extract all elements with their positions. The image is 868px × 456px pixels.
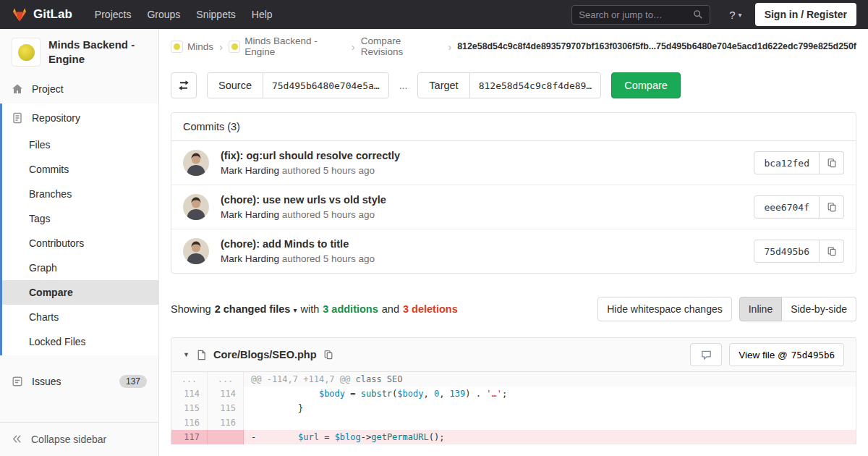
new-line-number[interactable]: [208, 430, 244, 444]
search-input[interactable]: [579, 9, 689, 20]
code-line: @@ -114,7 +114,7 @@ class SEO: [244, 372, 856, 387]
breadcrumb-current: 812e58d54c9c8f4de893579707bf163f0306f5fb…: [457, 41, 856, 51]
project-title: Minds Backend - Engine: [48, 38, 147, 67]
inline-view-button[interactable]: Inline: [739, 297, 782, 321]
commit-sha-button[interactable]: bca12fed: [754, 151, 820, 174]
global-search[interactable]: [571, 5, 710, 25]
commit-meta: Mark Harding authored 5 hours ago: [221, 165, 375, 176]
breadcrumb-separator-icon: ›: [448, 41, 451, 53]
toggle-comments-button[interactable]: [690, 343, 722, 366]
navbar-menu-item[interactable]: Projects: [87, 9, 140, 20]
diff-file-name[interactable]: Core/Blogs/SEO.php: [213, 349, 317, 360]
chevron-down-icon: ▾: [739, 11, 742, 19]
sidebar-item-label: Project: [32, 83, 64, 95]
diff-line: 116116: [171, 415, 856, 430]
project-context-header[interactable]: Minds Backend - Engine: [0, 29, 158, 75]
help-icon: ?: [729, 9, 735, 21]
main-content: Minds›Minds Backend - Engine›Compare Rev…: [159, 29, 868, 456]
commit-sha-button[interactable]: eee6704f: [754, 195, 820, 219]
old-line-number[interactable]: 115: [171, 401, 208, 415]
diff-line: 115115 }: [171, 401, 856, 415]
collapse-diff-icon[interactable]: ▼: [183, 351, 190, 358]
breadcrumb-link[interactable]: Minds: [187, 41, 213, 52]
hide-whitespace-button[interactable]: Hide whitespace changes: [597, 297, 732, 321]
collapse-sidebar-label: Collapse sidebar: [31, 434, 106, 445]
view-file-button[interactable]: View file @ 75d495b6: [729, 343, 844, 366]
code-line: - $url = $blog->getPermaURL();: [244, 430, 856, 444]
commit-author-link[interactable]: Mark Harding: [221, 165, 279, 176]
sidebar-item-graph[interactable]: Graph: [2, 256, 158, 280]
commit-authored-text: authored 5 hours ago: [279, 253, 375, 264]
changed-files-dropdown[interactable]: 2 changed files ▾: [215, 303, 297, 315]
commit-title[interactable]: (fix): og:url should resolve correctly: [221, 150, 754, 161]
commit-author-link[interactable]: Mark Harding: [221, 253, 279, 264]
navbar-menu-item[interactable]: Groups: [139, 9, 188, 20]
help-dropdown[interactable]: ? ▾: [720, 9, 750, 21]
copy-sha-button[interactable]: [820, 151, 844, 174]
user-avatar: [183, 150, 209, 176]
target-ref-field[interactable]: 812e58d54c9c8f4de89…: [469, 73, 601, 98]
copy-sha-button[interactable]: [820, 240, 844, 263]
navbar-menu-item[interactable]: Help: [244, 9, 281, 20]
breadcrumb-separator-icon: ›: [352, 41, 355, 53]
commit-meta: Mark Harding authored 5 hours ago: [221, 253, 375, 264]
source-ref-field[interactable]: 75d495b6480e704e5a…: [263, 73, 388, 98]
sidebar-item-branches[interactable]: Branches: [2, 182, 158, 206]
old-line-number[interactable]: 114: [171, 387, 208, 401]
copy-sha-button[interactable]: [820, 195, 844, 219]
old-line-number[interactable]: ...: [171, 372, 208, 387]
and-label: and: [382, 303, 399, 315]
swap-icon: [178, 80, 190, 91]
minds-logo-icon: [18, 44, 35, 61]
new-line-number[interactable]: 114: [208, 387, 244, 401]
sidebar-item-repository[interactable]: Repository: [2, 104, 158, 132]
new-line-number[interactable]: 115: [208, 401, 244, 415]
breadcrumb-avatar-icon: [229, 41, 240, 53]
sidebar-item-locked-files[interactable]: Locked Files: [2, 329, 158, 354]
compare-button[interactable]: Compare: [611, 72, 681, 98]
breadcrumb-item: Compare Revisions: [361, 35, 442, 57]
breadcrumb-link[interactable]: Compare Revisions: [361, 35, 442, 57]
breadcrumb: Minds›Minds Backend - Engine›Compare Rev…: [159, 29, 868, 64]
sidebar-item-issues[interactable]: Issues 137: [0, 367, 158, 396]
old-line-number[interactable]: 116: [171, 415, 208, 430]
sidebar-item-contributors[interactable]: Contributors: [2, 231, 158, 256]
new-line-number[interactable]: ...: [208, 372, 244, 387]
commits-header: Commits (3): [171, 113, 856, 141]
sidebar-item-files[interactable]: Files: [2, 132, 158, 157]
user-avatar: [183, 194, 209, 220]
sidebar-item-tags[interactable]: Tags: [2, 206, 158, 231]
swap-revisions-button[interactable]: [171, 72, 197, 98]
collapse-sidebar-button[interactable]: Collapse sidebar: [0, 422, 158, 456]
commit-author-link[interactable]: Mark Harding: [221, 209, 279, 220]
diff-mode-toggle: Inline Side-by-side: [739, 297, 856, 321]
sidebar-item-label: Issues: [32, 376, 61, 387]
commit-row: (fix): og:url should resolve correctly M…: [171, 141, 856, 185]
sign-in-register-button[interactable]: Sign in / Register: [755, 3, 856, 26]
gitlab-home-link[interactable]: GitLab: [12, 7, 72, 22]
sidebar-item-project[interactable]: Project: [0, 75, 158, 104]
commit-row: (chore): add Minds to title Mark Harding…: [171, 229, 856, 273]
navbar-menu: ProjectsGroupsSnippetsHelp: [87, 9, 281, 20]
target-input-group: Target 812e58d54c9c8f4de89…: [417, 72, 601, 98]
commit-list: (fix): og:url should resolve correctly M…: [171, 141, 856, 273]
commit-title[interactable]: (chore): add Minds to title: [221, 238, 754, 250]
breadcrumb-link[interactable]: Minds Backend - Engine: [244, 35, 345, 57]
old-line-number[interactable]: 117: [171, 430, 208, 444]
commit-title[interactable]: (chore): use new urls vs old style: [221, 194, 754, 206]
copy-file-path-icon[interactable]: [323, 350, 333, 360]
commit-meta: Mark Harding authored 5 hours ago: [221, 209, 375, 220]
gitlab-tanuki-icon: [12, 7, 27, 22]
sidebar-item-commits[interactable]: Commits: [2, 157, 158, 182]
sidebar-item-compare[interactable]: Compare: [2, 280, 158, 305]
commit-sha-button[interactable]: 75d495b6: [754, 240, 820, 263]
code-line: }: [244, 401, 856, 415]
navbar-menu-item[interactable]: Snippets: [188, 9, 243, 20]
sidebar-item-charts[interactable]: Charts: [2, 305, 158, 329]
commit-authored-text: authored 5 hours ago: [279, 165, 375, 176]
new-line-number[interactable]: 116: [208, 415, 244, 430]
breadcrumb-item: Minds: [171, 41, 213, 53]
side-by-side-view-button[interactable]: Side-by-side: [782, 297, 856, 321]
diff-summary: Showing 2 changed files ▾ with 3 additio…: [159, 297, 868, 321]
target-label: Target: [418, 73, 469, 98]
